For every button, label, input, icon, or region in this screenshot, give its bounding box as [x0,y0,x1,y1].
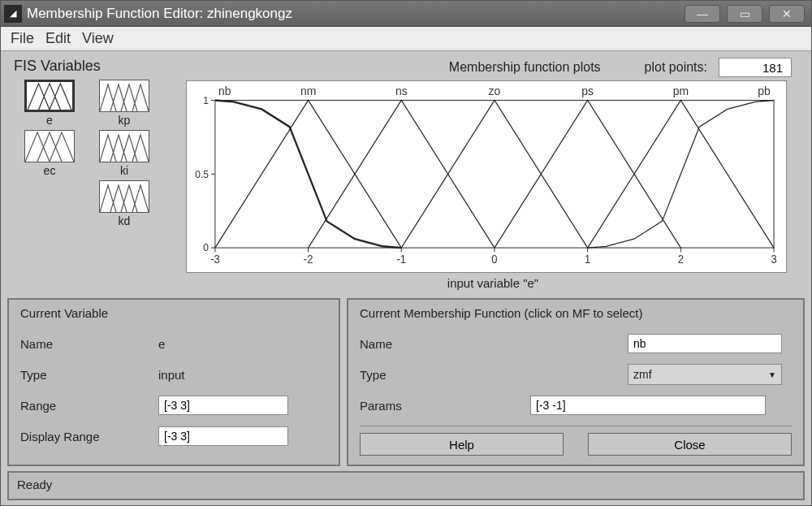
titlebar: ◢ Membership Function Editor: zhinengkon… [1,1,811,27]
mf-axes[interactable]: -3-2-1012300.51nbnmnszopspmpb [186,80,787,273]
mf-type-select[interactable]: zmf ▼ [628,364,782,385]
menu-edit[interactable]: Edit [45,30,71,47]
mf-type-value: zmf [633,368,652,381]
menu-file[interactable]: File [11,30,34,47]
cv-name-label: Name [20,337,158,351]
mf-type-label: Type [360,368,449,382]
matlab-icon: ◢ [4,5,22,23]
current-variable-panel: Current Variable Name e Type input Range… [7,298,340,466]
fis-thumb-icon [99,130,149,162]
svg-rect-0 [215,101,774,249]
svg-text:1: 1 [585,253,590,266]
fis-var-e[interactable]: e [20,80,79,127]
mf-params-input[interactable] [530,396,766,415]
cv-range-label: Range [20,399,158,413]
menu-view[interactable]: View [82,30,114,47]
svg-text:nm: nm [300,84,316,98]
fis-thumb-icon [24,130,75,162]
mf-params-label: Params [360,399,449,413]
fis-var-kd[interactable]: kd [95,180,153,227]
mf-name-input[interactable] [628,334,782,353]
plot-panel: Membership function plots plot points: -… [179,58,803,293]
cv-name-value: e [158,337,165,351]
svg-text:0.5: 0.5 [195,168,209,179]
current-mf-panel: Current Membership Function (click on MF… [347,298,805,466]
svg-text:ps: ps [581,84,594,98]
close-window-button[interactable]: ✕ [769,5,805,23]
fis-thumb-icon [99,180,149,213]
svg-text:0: 0 [491,253,497,266]
fis-thumb-icon [99,80,149,112]
svg-text:-3: -3 [210,253,220,266]
status-text: Ready [17,478,52,491]
fis-var-kp[interactable]: kp [95,80,153,127]
svg-text:ns: ns [395,84,408,98]
svg-text:0: 0 [203,242,209,253]
cv-type-value: input [158,368,185,382]
plot-points-label: plot points: [645,60,707,75]
svg-text:2: 2 [678,253,684,266]
svg-text:-2: -2 [304,253,313,266]
fis-label: ki [120,164,128,177]
svg-text:3: 3 [771,253,776,266]
menubar: File Edit View [1,27,811,51]
window-title: Membership Function Editor: zhinengkongz [27,6,685,22]
plot-points-input[interactable] [719,58,792,77]
fis-thumb-icon [24,80,75,112]
cv-drange-input[interactable] [158,426,288,446]
cv-range-input[interactable] [158,396,288,415]
cv-type-label: Type [20,368,158,382]
svg-text:1: 1 [203,94,209,106]
cv-title: Current Variable [20,306,327,320]
fis-label: kd [119,214,131,227]
svg-text:pm: pm [673,84,689,98]
maximize-button[interactable]: ▭ [727,5,762,23]
fis-var-ec[interactable]: ec [20,130,79,177]
svg-text:nb: nb [218,84,231,98]
app-window: ◢ Membership Function Editor: zhinengkon… [0,0,812,506]
mf-name-label: Name [360,337,449,351]
minimize-button[interactable]: — [685,5,720,23]
fis-label: e [46,114,53,127]
fis-label: kp [119,114,131,127]
status-bar: Ready [7,471,805,500]
mf-title: Current Membership Function (click on MF… [360,306,792,320]
plot-title: Membership function plots [449,60,601,75]
svg-text:-1: -1 [397,253,407,266]
fis-label: ec [44,164,56,177]
plot-xlabel: input variable "e" [183,276,803,290]
cv-drange-label: Display Range [20,430,158,443]
fis-variables-panel: FIS Variables e kp [9,58,179,293]
svg-text:zo: zo [489,84,501,98]
svg-text:pb: pb [758,84,771,98]
fis-var-ki[interactable]: ki [95,130,153,177]
fis-heading: FIS Variables [9,58,179,75]
chevron-down-icon: ▼ [768,370,781,379]
help-button[interactable]: Help [360,433,564,456]
close-button[interactable]: Close [588,433,792,456]
